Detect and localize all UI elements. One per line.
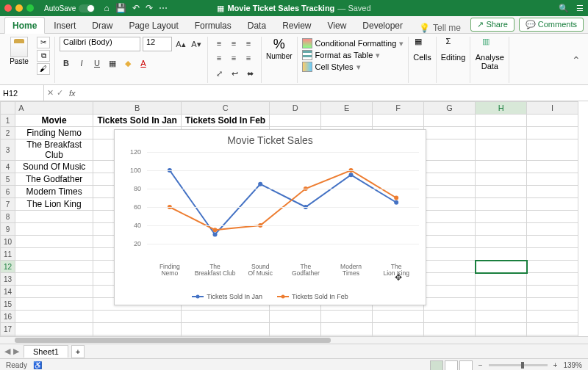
align-center-icon[interactable]: ≡ — [227, 51, 240, 65]
cell-G9[interactable] — [424, 223, 476, 236]
cell-H3[interactable] — [476, 139, 527, 161]
undo-icon[interactable]: ↶ — [132, 3, 140, 13]
fx-icon[interactable]: fx — [66, 89, 79, 98]
conditional-formatting-button[interactable]: Conditional Formatting ▾ — [302, 38, 404, 48]
comments-button[interactable]: 💬 Comments — [519, 18, 584, 32]
cell-H10[interactable] — [476, 236, 527, 248]
row-header-13[interactable]: 13 — [1, 273, 15, 286]
cell-G5[interactable] — [424, 173, 476, 186]
cell-G14[interactable] — [424, 286, 476, 298]
tab-formulas[interactable]: Formulas — [187, 18, 239, 33]
col-header-G[interactable]: G — [424, 102, 476, 115]
cell-I6[interactable] — [527, 186, 578, 198]
col-header-E[interactable]: E — [321, 102, 373, 115]
wrap-text-icon[interactable]: ↩ — [228, 67, 241, 80]
merge-icon[interactable]: ⬌ — [243, 67, 257, 80]
cell-I2[interactable] — [527, 127, 578, 139]
cell-D1[interactable] — [270, 115, 321, 127]
cell-H16[interactable] — [476, 311, 527, 323]
cell-H12[interactable] — [476, 261, 527, 273]
cell-B1[interactable]: Tickets Sold In Jan — [93, 115, 182, 127]
cell-I14[interactable] — [527, 286, 578, 298]
minimize-window-icon[interactable] — [15, 4, 23, 12]
tab-review[interactable]: Review — [275, 18, 318, 33]
cell-A6[interactable]: Modern Times — [15, 186, 93, 198]
cell-A5[interactable]: The Godfather — [15, 173, 93, 186]
fill-color-button[interactable]: ◆ — [121, 57, 135, 70]
paste-button[interactable]: Paste — [4, 37, 34, 65]
cell-H13[interactable] — [476, 273, 527, 286]
col-header-B[interactable]: B — [93, 102, 182, 115]
cell-B16[interactable] — [93, 311, 182, 323]
col-header-C[interactable]: C — [182, 102, 270, 115]
cell-C17[interactable] — [182, 323, 270, 335]
normal-view-icon[interactable] — [430, 360, 443, 371]
tab-home[interactable]: Home — [4, 17, 45, 34]
analyse-data-button[interactable]: ▥Analyse Data — [475, 37, 504, 70]
cell-H15[interactable] — [476, 298, 527, 311]
cell-A1[interactable]: Movie — [15, 115, 93, 127]
cell-A16[interactable] — [15, 311, 93, 323]
add-sheet-button[interactable]: + — [71, 345, 85, 358]
name-box[interactable]: H12 — [0, 85, 44, 101]
cell-I17[interactable] — [527, 323, 578, 335]
cell-I3[interactable] — [527, 139, 578, 161]
more-icon[interactable]: ⋯ — [159, 3, 168, 13]
number-format-button[interactable]: % Number — [266, 37, 293, 60]
cell-H6[interactable] — [476, 186, 527, 198]
cell-H2[interactable] — [476, 127, 527, 139]
zoom-out-icon[interactable]: − — [478, 361, 483, 369]
cell-A13[interactable] — [15, 273, 93, 286]
col-header-A[interactable]: A — [15, 102, 93, 115]
orientation-icon[interactable]: ⤢ — [212, 67, 226, 80]
cell-G4[interactable] — [424, 161, 476, 173]
align-right-icon[interactable]: ≡ — [242, 51, 255, 65]
row-header-8[interactable]: 8 — [1, 211, 15, 223]
cell-I8[interactable] — [527, 211, 578, 223]
autosave-toggle[interactable]: AutoSave — [44, 4, 95, 12]
page-layout-view-icon[interactable] — [445, 360, 458, 371]
sheet-nav-prev-icon[interactable]: ◀ — [4, 347, 10, 356]
cell-H14[interactable] — [476, 286, 527, 298]
cell-B17[interactable] — [93, 323, 182, 335]
row-header-10[interactable]: 10 — [1, 236, 15, 248]
tab-data[interactable]: Data — [240, 18, 273, 33]
close-window-icon[interactable] — [4, 4, 12, 12]
col-header-I[interactable]: I — [527, 102, 578, 115]
tab-insert[interactable]: Insert — [46, 18, 83, 33]
page-break-view-icon[interactable] — [459, 360, 473, 371]
cell-G8[interactable] — [424, 211, 476, 223]
zoom-level[interactable]: 139% — [563, 361, 582, 369]
cell-A4[interactable]: Sound Of Music — [15, 161, 93, 173]
cell-C1[interactable]: Tickets Sold In Feb — [182, 115, 270, 127]
home-icon[interactable]: ⌂ — [104, 3, 109, 13]
cell-I4[interactable] — [527, 161, 578, 173]
cell-A11[interactable] — [15, 248, 93, 261]
cell-H8[interactable] — [476, 211, 527, 223]
row-header-12[interactable]: 12 — [1, 261, 15, 273]
horizontal-scrollbar[interactable] — [0, 336, 588, 344]
format-as-table-button[interactable]: Format as Table ▾ — [302, 50, 404, 60]
row-header-1[interactable]: 1 — [1, 115, 15, 127]
tell-me-search[interactable]: 💡 Tell me — [419, 23, 461, 33]
col-header-D[interactable]: D — [270, 102, 321, 115]
cell-G12[interactable] — [424, 261, 476, 273]
align-top-icon[interactable]: ≡ — [212, 37, 226, 50]
redo-icon[interactable]: ↷ — [146, 3, 153, 13]
row-header-4[interactable]: 4 — [1, 161, 15, 173]
increase-font-icon[interactable]: A▴ — [174, 37, 187, 51]
cell-H17[interactable] — [476, 323, 527, 335]
font-size-select[interactable]: 12 — [143, 37, 172, 51]
cell-D16[interactable] — [270, 311, 321, 323]
cell-A2[interactable]: Finding Nemo — [15, 127, 93, 139]
row-header-15[interactable]: 15 — [1, 298, 15, 311]
cell-A12[interactable] — [15, 261, 93, 273]
cell-G10[interactable] — [424, 236, 476, 248]
font-color-button[interactable]: A — [137, 57, 150, 70]
row-header-5[interactable]: 5 — [1, 173, 15, 186]
cell-I7[interactable] — [527, 198, 578, 211]
cell-E1[interactable] — [321, 115, 373, 127]
zoom-slider[interactable] — [489, 364, 548, 366]
border-button[interactable]: ▦ — [106, 57, 119, 70]
cut-icon[interactable]: ✂ — [37, 37, 50, 48]
